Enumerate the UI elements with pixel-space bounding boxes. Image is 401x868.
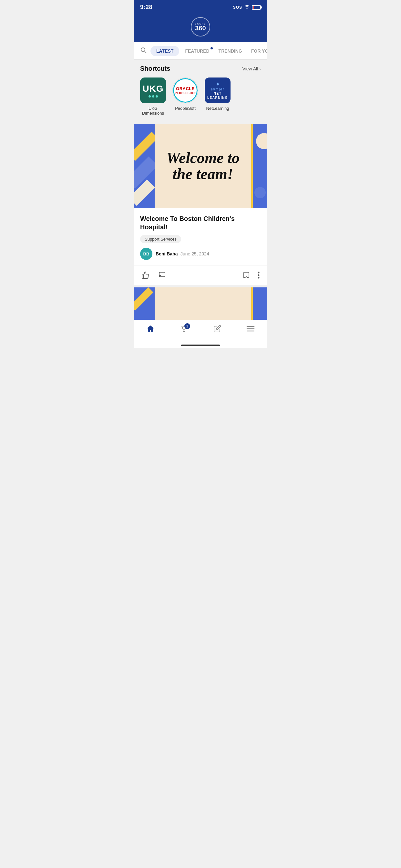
tab-for-you[interactable]: FOR YOU <box>247 44 267 58</box>
status-time: 9:28 <box>140 4 152 11</box>
article-meta: BB Beni Baba June 25, 2024 <box>140 248 261 260</box>
home-icon <box>146 324 155 334</box>
netlearning-label: NetLearning <box>206 106 229 111</box>
oracle-icon: ORACLE PEOPLESOFT <box>173 78 198 103</box>
shortcut-ukg[interactable]: UKG UKGDimensions <box>140 78 166 116</box>
home-indicator <box>134 342 267 348</box>
sos-icon: SOS <box>233 5 242 10</box>
article-title: Welcome To Boston Children's Hospital! <box>140 214 261 231</box>
svg-point-4 <box>258 275 259 276</box>
oracle-label: PeopleSoft <box>175 106 196 111</box>
app-header: SCOPE 360 <box>134 13 267 42</box>
article-card[interactable]: Welcome to the team! Welcome To Boston C… <box>134 124 267 285</box>
hero-welcome-text: Welcome to the team! <box>160 150 246 182</box>
battery-fill <box>253 6 254 9</box>
status-icons: SOS <box>233 4 261 10</box>
notification-badge: 2 <box>184 323 190 329</box>
author-avatar: BB <box>140 248 152 260</box>
author-name: Beni Baba <box>156 251 178 256</box>
content-area: Shortcuts View All › UKG <box>134 60 267 320</box>
svg-point-0 <box>141 48 145 52</box>
article-tag: Support Services <box>140 235 181 243</box>
shortcut-oracle[interactable]: ORACLE PEOPLESOFT PeopleSoft <box>173 78 198 116</box>
article-date: June 25, 2024 <box>181 251 209 256</box>
chevron-right-icon: › <box>259 66 261 71</box>
battery-icon <box>252 5 261 10</box>
ukg-label: UKGDimensions <box>142 106 164 116</box>
nav-compose-button[interactable] <box>208 323 226 335</box>
nav-tabs: LATEST FEATURED TRENDING FOR YOU <box>134 42 267 60</box>
preview-hero <box>134 287 267 320</box>
article-card-preview[interactable] <box>134 287 267 320</box>
home-bar <box>181 345 220 346</box>
view-all-label: View All <box>243 66 258 71</box>
wifi-icon <box>244 4 250 10</box>
bookmark-button[interactable] <box>242 270 251 280</box>
hero-left-panel <box>134 124 155 208</box>
compose-icon <box>213 325 221 334</box>
shortcut-netlearning[interactable]: ✦ symplr NET LEARNING NetLearning <box>205 78 230 116</box>
menu-icon <box>246 325 255 334</box>
more-options-button[interactable] <box>256 270 261 280</box>
author-info: Beni Baba June 25, 2024 <box>156 251 209 257</box>
article-actions <box>140 266 261 285</box>
tab-featured[interactable]: FEATURED <box>181 44 214 58</box>
article-body: Welcome To Boston Children's Hospital! S… <box>134 208 267 285</box>
nav-menu-button[interactable] <box>241 324 260 335</box>
shortcuts-grid: UKG UKGDimensions ORACLE PEOPLESOFT <box>140 78 261 117</box>
bottom-nav: 2 <box>134 320 267 342</box>
svg-point-5 <box>258 277 259 279</box>
search-button[interactable] <box>137 42 149 59</box>
shortcuts-title: Shortcuts <box>140 65 170 72</box>
hero-right-panel <box>251 124 267 208</box>
shortcuts-header: Shortcuts View All › <box>140 65 261 72</box>
view-all-button[interactable]: View All › <box>243 66 261 71</box>
status-bar: 9:28 SOS <box>134 0 267 13</box>
svg-line-9 <box>181 326 182 327</box>
svg-point-3 <box>258 272 259 274</box>
ukg-icon: UKG <box>140 78 166 103</box>
tab-trending[interactable]: TRENDING <box>214 44 247 58</box>
svg-line-1 <box>145 51 146 53</box>
app-logo: SCOPE 360 <box>191 17 210 36</box>
nav-ideas-button[interactable]: 2 <box>175 323 193 336</box>
tab-latest[interactable]: LATEST <box>150 46 179 56</box>
hero-center-panel: Welcome to the team! <box>155 124 251 208</box>
netlearning-icon: ✦ symplr NET LEARNING <box>205 78 230 103</box>
article-hero-image: Welcome to the team! <box>134 124 267 208</box>
shortcuts-section: Shortcuts View All › UKG <box>134 60 267 121</box>
comment-button[interactable] <box>157 270 167 280</box>
nav-home-button[interactable] <box>141 323 160 336</box>
logo-360-text: 360 <box>195 25 206 31</box>
like-button[interactable] <box>140 270 150 280</box>
right-actions <box>242 270 261 280</box>
